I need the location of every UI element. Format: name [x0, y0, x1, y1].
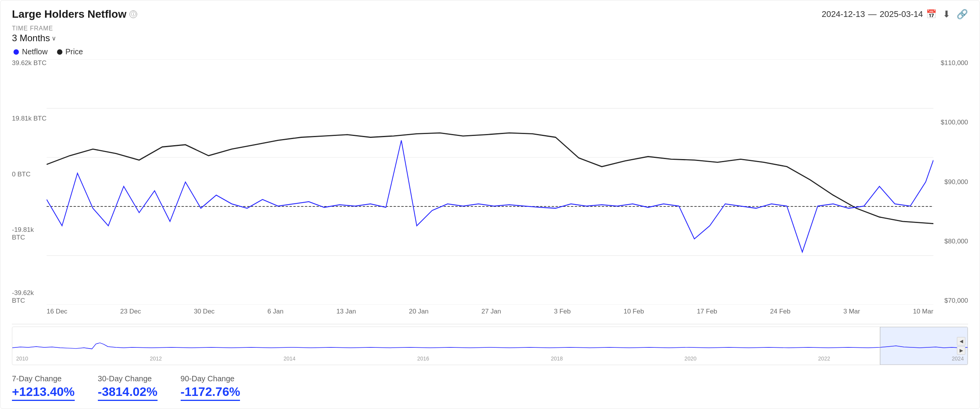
chevron-down-icon: ∨: [52, 35, 56, 42]
mini-x-2010: 2010: [16, 355, 28, 362]
timeframe-select[interactable]: 3 Months ∨: [12, 33, 56, 44]
main-chart: 39.62k BTC 19.81k BTC 0 BTC -19.81k BTC …: [12, 59, 968, 324]
y-left-2: 0 BTC: [12, 171, 47, 178]
stat-90day: 90-Day Change -1172.76%: [181, 374, 240, 401]
mini-x-2012: 2012: [150, 355, 162, 362]
x-axis: 16 Dec 23 Dec 30 Dec 6 Jan 13 Jan 20 Jan…: [47, 305, 933, 324]
stat-7day-label: 7-Day Change: [12, 374, 75, 383]
y-right-3: $80,000: [945, 238, 968, 245]
y-left-1: 19.81k BTC: [12, 115, 47, 122]
y-right-2: $90,000: [945, 178, 968, 186]
info-icon[interactable]: ⓘ: [129, 10, 137, 18]
x-label-12: 10 Mar: [913, 308, 933, 315]
netflow-dot: [13, 49, 19, 55]
mini-x-axis: 2010 2012 2014 2016 2018 2020 2022 2024: [16, 355, 964, 362]
scroll-left-button[interactable]: ◀: [957, 337, 965, 345]
price-label: Price: [65, 47, 83, 56]
y-axis-left: 39.62k BTC 19.81k BTC 0 BTC -19.81k BTC …: [12, 59, 47, 305]
main-chart-svg: [47, 59, 933, 305]
date-end: 2025-03-14: [879, 9, 923, 19]
calendar-icon[interactable]: 📅: [926, 9, 936, 19]
y-axis-right: $110,000 $100,000 $90,000 $80,000 $70,00…: [933, 59, 968, 305]
chart-area: 39.62k BTC 19.81k BTC 0 BTC -19.81k BTC …: [12, 59, 968, 365]
header-right: 2024-12-13 — 2025-03-14 📅 ⬇ 🔗: [822, 9, 968, 20]
mini-x-2022: 2022: [818, 355, 830, 362]
timeframe-value: 3 Months: [12, 33, 50, 44]
y-right-4: $70,000: [945, 297, 968, 305]
price-dot: [57, 49, 62, 55]
timeframe-section: TIME FRAME 3 Months ∨: [12, 25, 56, 44]
stat-7day: 7-Day Change +1213.40%: [12, 374, 75, 401]
scroll-right-button[interactable]: ▶: [957, 346, 965, 355]
y-left-4: -39.62k BTC: [12, 289, 47, 305]
y-left-3: -19.81k BTC: [12, 226, 47, 241]
x-label-3: 6 Jan: [267, 308, 284, 315]
title-area: Large Holders Netflow ⓘ: [12, 8, 137, 20]
stat-7day-value: +1213.40%: [12, 385, 75, 401]
chart-svg-container: [47, 59, 933, 305]
stat-90day-label: 90-Day Change: [181, 374, 240, 383]
header: Large Holders Netflow ⓘ 2024-12-13 — 202…: [12, 8, 968, 20]
mini-x-2018: 2018: [551, 355, 563, 362]
mini-x-2016: 2016: [417, 355, 429, 362]
mini-scroll-controls: ◀ ▶: [957, 337, 965, 355]
stat-90day-value: -1172.76%: [181, 385, 240, 401]
page-title: Large Holders Netflow: [12, 8, 126, 20]
x-label-9: 17 Feb: [697, 308, 717, 315]
mini-x-2020: 2020: [685, 355, 696, 362]
mini-x-2024: 2024: [952, 355, 964, 362]
stat-30day: 30-Day Change -3814.02%: [98, 374, 158, 401]
x-label-0: 16 Dec: [47, 308, 67, 315]
mini-x-2014: 2014: [284, 355, 295, 362]
timeframe-label: TIME FRAME: [12, 25, 56, 32]
x-label-7: 3 Feb: [554, 308, 571, 315]
date-start: 2024-12-13: [822, 9, 865, 19]
link-icon[interactable]: 🔗: [957, 9, 968, 20]
legend-item-price: Price: [57, 47, 83, 56]
x-label-10: 24 Feb: [770, 308, 790, 315]
main-container: Large Holders Netflow ⓘ 2024-12-13 — 202…: [0, 0, 980, 409]
legend: Netflow Price: [13, 47, 968, 56]
x-label-4: 13 Jan: [336, 308, 356, 315]
y-right-0: $110,000: [941, 59, 968, 67]
netflow-label: Netflow: [22, 47, 48, 56]
stat-30day-label: 30-Day Change: [98, 374, 158, 383]
x-label-11: 3 Mar: [843, 308, 860, 315]
x-label-1: 23 Dec: [120, 308, 141, 315]
x-label-2: 30 Dec: [194, 308, 215, 315]
x-label-6: 27 Jan: [482, 308, 501, 315]
y-left-0: 39.62k BTC: [12, 59, 47, 67]
stat-30day-value: -3814.02%: [98, 385, 158, 401]
mini-chart-section: 2010 2012 2014 2016 2018 2020 2022 2024 …: [12, 327, 968, 365]
y-right-1: $100,000: [941, 119, 968, 126]
stats-section: 7-Day Change +1213.40% 30-Day Change -38…: [12, 370, 968, 401]
date-range: 2024-12-13 — 2025-03-14 📅: [822, 9, 936, 19]
controls: TIME FRAME 3 Months ∨: [12, 25, 968, 44]
download-icon[interactable]: ⬇: [943, 9, 950, 20]
x-label-5: 20 Jan: [409, 308, 428, 315]
date-separator: —: [868, 9, 876, 19]
x-label-8: 10 Feb: [624, 308, 644, 315]
legend-item-netflow: Netflow: [13, 47, 48, 56]
